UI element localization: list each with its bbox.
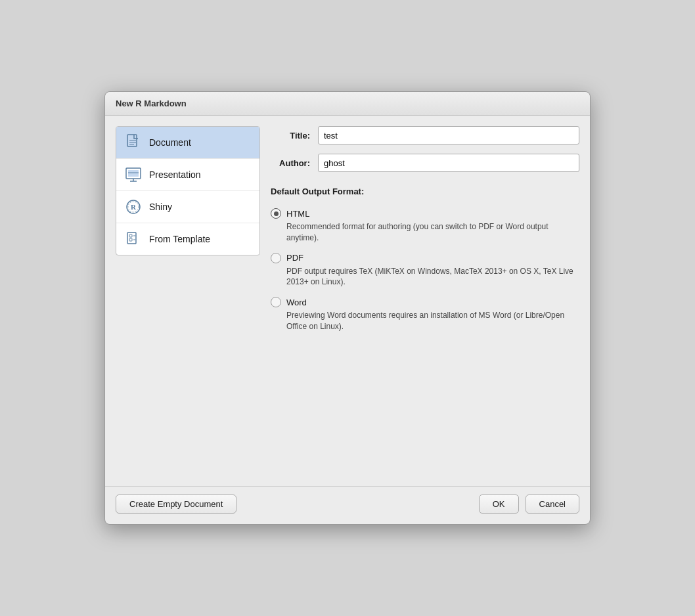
content-area: Title: Author: Default Output Format: HT… [271, 126, 579, 475]
sidebar-item-document-label: Document [149, 137, 191, 148]
format-html-label: HTML [286, 209, 309, 219]
format-word-desc: Previewing Word documents requires an in… [286, 310, 579, 332]
format-option-pdf: PDF PDF output requires TeX (MiKTeX on W… [271, 253, 579, 288]
presentation-icon [124, 165, 143, 184]
title-input[interactable] [318, 126, 579, 144]
author-field-row: Author: [271, 154, 579, 172]
sidebar-item-from-template-label: From Template [149, 234, 210, 244]
shiny-icon: R [124, 198, 143, 216]
document-icon [124, 133, 143, 152]
format-options: HTML Recommended format for authoring (y… [271, 208, 579, 332]
title-label: Title: [271, 131, 310, 141]
format-section-title: Default Output Format: [271, 187, 579, 196]
format-option-pdf-header[interactable]: PDF [271, 253, 579, 263]
sidebar-item-shiny-label: Shiny [149, 202, 172, 212]
ok-button[interactable]: OK [479, 495, 519, 514]
radio-html[interactable] [271, 208, 281, 219]
format-pdf-desc: PDF output requires TeX (MiKTeX on Windo… [286, 266, 579, 288]
format-option-html-header[interactable]: HTML [271, 208, 579, 219]
format-option-html: HTML Recommended format for authoring (y… [271, 208, 579, 244]
cancel-button[interactable]: Cancel [526, 495, 579, 514]
radio-pdf[interactable] [271, 253, 281, 263]
from-template-icon [124, 230, 143, 248]
format-option-word-header[interactable]: Word [271, 297, 579, 307]
sidebar-item-document[interactable]: Document [116, 127, 259, 159]
sidebar-item-presentation-label: Presentation [149, 169, 201, 180]
sidebar-item-presentation[interactable]: Presentation [116, 159, 259, 191]
radio-word[interactable] [271, 297, 281, 307]
svg-rect-13 [129, 234, 132, 237]
svg-rect-14 [129, 238, 132, 241]
title-field-row: Title: [271, 126, 579, 144]
sidebar-item-shiny[interactable]: R Shiny [116, 191, 259, 223]
dialog-title: New R Markdown [116, 99, 187, 108]
sidebar: Document Presentation [116, 126, 260, 255]
author-input[interactable] [318, 154, 579, 172]
sidebar-item-from-template[interactable]: From Template [116, 223, 259, 255]
dialog-footer: Create Empty Document OK Cancel [105, 486, 590, 524]
dialog-body: Document Presentation [105, 116, 590, 486]
title-bar: New R Markdown [105, 92, 590, 116]
format-option-word: Word Previewing Word documents requires … [271, 297, 579, 332]
format-pdf-label: PDF [286, 253, 303, 263]
author-label: Author: [271, 158, 310, 168]
new-r-markdown-dialog: New R Markdown Document [104, 91, 591, 525]
svg-rect-7 [128, 170, 139, 177]
format-word-label: Word [286, 297, 307, 307]
create-empty-document-button[interactable]: Create Empty Document [116, 495, 236, 514]
footer-right-buttons: OK Cancel [479, 495, 579, 514]
format-html-desc: Recommended format for authoring (you ca… [286, 221, 579, 244]
svg-text:R: R [131, 203, 137, 211]
